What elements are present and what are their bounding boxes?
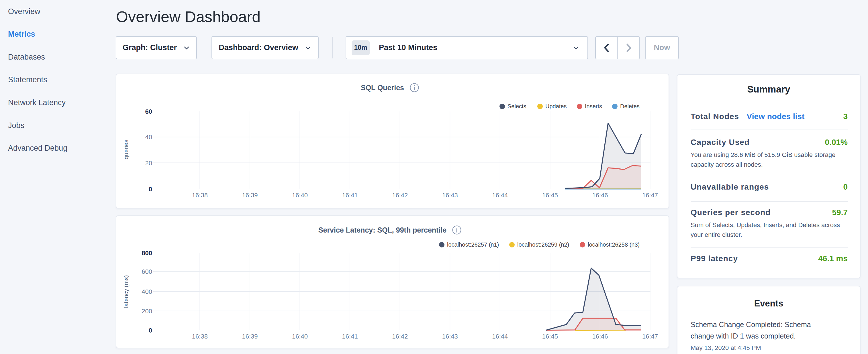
svg-text:16:39: 16:39 <box>242 192 258 199</box>
svg-text:16:42: 16:42 <box>392 192 408 199</box>
svg-text:0: 0 <box>149 186 152 193</box>
svg-text:16:45: 16:45 <box>542 333 558 340</box>
svg-text:queries: queries <box>123 140 129 160</box>
svg-text:16:43: 16:43 <box>442 333 458 340</box>
svg-text:latency (ms): latency (ms) <box>123 275 129 308</box>
svg-text:16:46: 16:46 <box>592 192 608 199</box>
svg-text:60: 60 <box>145 108 152 115</box>
svg-text:16:45: 16:45 <box>542 192 558 199</box>
svg-text:16:47: 16:47 <box>642 192 658 199</box>
svg-text:16:46: 16:46 <box>592 333 608 340</box>
svg-text:16:38: 16:38 <box>192 192 208 199</box>
svg-text:16:41: 16:41 <box>342 192 358 199</box>
svg-text:16:44: 16:44 <box>492 333 508 340</box>
svg-text:16:43: 16:43 <box>442 192 458 199</box>
svg-text:800: 800 <box>142 250 152 257</box>
svg-text:200: 200 <box>142 308 152 315</box>
svg-text:16:40: 16:40 <box>292 333 308 340</box>
svg-text:600: 600 <box>142 268 152 275</box>
svg-text:16:44: 16:44 <box>492 192 508 199</box>
svg-text:16:47: 16:47 <box>642 333 658 340</box>
svg-text:0: 0 <box>149 327 152 334</box>
svg-text:16:42: 16:42 <box>392 333 408 340</box>
svg-text:16:41: 16:41 <box>342 333 358 340</box>
svg-text:400: 400 <box>142 288 152 295</box>
svg-text:16:40: 16:40 <box>292 192 308 199</box>
svg-text:20: 20 <box>145 160 152 167</box>
svg-text:40: 40 <box>145 133 152 141</box>
svg-text:16:38: 16:38 <box>192 333 208 340</box>
svg-text:16:39: 16:39 <box>242 333 258 340</box>
